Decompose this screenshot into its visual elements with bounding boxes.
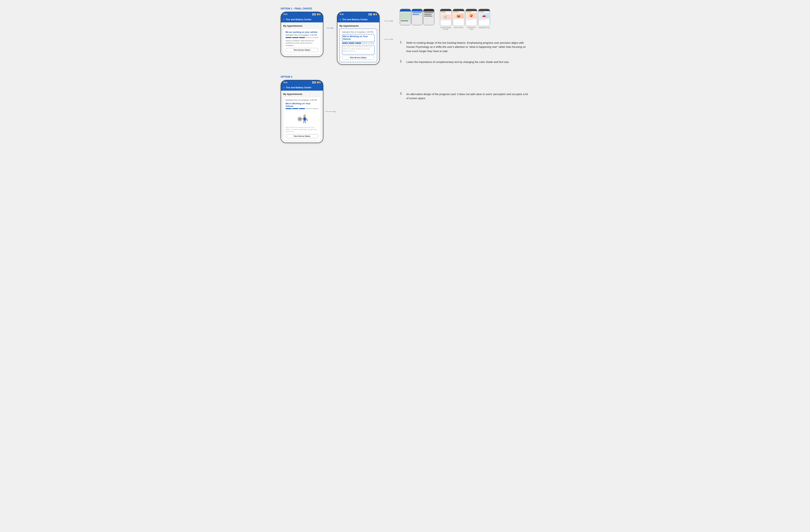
arrow-line-p1 [385, 21, 392, 21]
prog-5 [312, 37, 319, 38]
walmart-phone-2 [411, 9, 423, 25]
after-eta: Estimated Time of Completion: 3:30 PM [342, 31, 375, 33]
opt2-battery: ▮ [319, 81, 321, 83]
merchant-phone-1: 🛒 [440, 9, 452, 26]
before-back-arrow[interactable]: ‹ [284, 18, 285, 21]
after-desc-highlight: Stay tuned! We are working hard to fix y… [342, 45, 375, 54]
merchant-phones-group: 🛒 Customer placing an order [440, 9, 490, 30]
point-3-number: 3. [400, 92, 404, 95]
before-header-title: Tire and Battery Center [286, 18, 311, 21]
prog-2 [292, 37, 298, 38]
before-view-status-btn[interactable]: View Service Status [286, 48, 319, 52]
opt2-back-arrow[interactable]: ‹ [284, 86, 285, 89]
wphone-3-l1 [424, 12, 434, 13]
after-prog-1 [342, 43, 348, 44]
after-progress-bar [342, 43, 375, 44]
main-container: OPTION 1 - FINAL CHOICE 9:41 ▌▌▌ 📶 ▮ ‹ [281, 7, 529, 143]
after-heading-highlight: We're Working on Your Vehicle [342, 34, 375, 42]
wphone-3-content [423, 12, 434, 17]
arrow-head-p1: › [392, 19, 393, 23]
point-1-text: Refer to existing design of the live tra… [406, 41, 529, 53]
arrow-head-p3: › [334, 110, 336, 114]
svg-point-2 [303, 115, 306, 117]
mphone-1-img: 🛒 [441, 14, 451, 19]
opt2-signal: ▌▌▌ [312, 81, 316, 83]
wphone-1-screen [400, 9, 411, 25]
wphone-3-top [423, 9, 434, 12]
opt2-view-status-btn[interactable]: View Service Status [286, 134, 319, 138]
opt2-appointments-title: My Appointments [283, 93, 321, 95]
arrow-head-p2: › [392, 37, 393, 41]
arrow-to-point3: › [325, 110, 336, 114]
mphone-4-content: 🚗 [479, 11, 490, 21]
point-2-text: Lower the importance of complementary te… [406, 60, 509, 64]
map-area [401, 12, 410, 19]
wphone-1-line2 [401, 21, 408, 21]
point-3: 3. An alternative design of the progress… [400, 92, 529, 100]
point-1: 1. Refer to existing design of the live … [400, 41, 529, 53]
after-prog-4 [362, 43, 368, 44]
arrow-to-point1: › [385, 19, 393, 23]
prog-1 [286, 37, 292, 38]
after-battery-icon: ▮ [376, 13, 377, 15]
option1-after-phone: 9:41 ▌▌▌ 📶 ▮ ‹ Tire and Battery Center M… [337, 12, 379, 65]
right-column: 🛒 Customer placing an order [400, 7, 529, 143]
option2-label: OPTION 2 [281, 75, 292, 78]
svg-point-1 [298, 118, 301, 120]
svg-line-7 [305, 120, 306, 123]
right-arrows-option1: › › [385, 12, 393, 41]
mphone-2-l1 [453, 12, 459, 12]
arrow-line [327, 28, 332, 28]
after-time: 9:41 [340, 13, 344, 15]
wphone-3-l5 [424, 16, 433, 16]
merchant-phone-1-wrap: 🛒 Customer placing an order [440, 9, 452, 30]
option2-phone: 9:41 ▌▌▌ 📶 ▮ ‹ Tire and Battery Center M… [281, 80, 323, 143]
mphone-2-l3 [453, 19, 459, 19]
opt2-card-heading: We're Working on Your Vehicle [286, 102, 319, 108]
mphone-1-content: 🛒 [440, 11, 451, 21]
point-2-number: 2. [400, 60, 404, 63]
prog-3 [299, 37, 305, 38]
mphone-1-screen: 🛒 [440, 9, 451, 26]
mphone-2-label: Order received [452, 27, 465, 29]
opt2-status-icons: ▌▌▌ 📶 ▮ [312, 81, 321, 83]
opt2-service-card: Estimated Time of Completion: 3:30 PM We… [283, 97, 321, 141]
after-phone-header: ‹ Tire and Battery Center [337, 16, 379, 22]
mechanic-illustration [295, 112, 309, 125]
mphone-3-bar [466, 9, 477, 11]
opt2-header-title: Tire and Battery Center [286, 86, 311, 89]
before-eta: Estimated Time of Completion: 3:30 PM [286, 34, 319, 36]
after-card-heading: We're Working on Your Vehicle [343, 35, 374, 41]
after-signal-icon: ▌▌▌ [369, 13, 372, 15]
mphone-2-bar [453, 9, 464, 11]
after-back-arrow[interactable]: ‹ [340, 18, 341, 21]
arrow-to-point2: › [385, 37, 393, 41]
merchant-phone-4: 🚗 [479, 9, 490, 26]
opt2-eta: Estimated Time of Completion: 3:30 PM [286, 99, 319, 101]
mphone-2-img: 📦 [453, 14, 464, 18]
wphone-1-content [400, 12, 411, 22]
top-phones-area: 🛒 Customer placing an order [400, 9, 529, 30]
mphone-3-l1 [466, 12, 471, 12]
walmart-phones-group [400, 9, 434, 25]
mphone-2-screen: 📦 [453, 9, 464, 26]
before-status-bar: 9:41 ▌▌▌ 📶 ▮ [281, 12, 323, 16]
after-appointments-title: My Appointments [339, 25, 377, 27]
o2-prog-5 [312, 108, 319, 109]
after-view-status-btn[interactable]: View Service Status [342, 55, 375, 60]
wphone-2-box [412, 16, 422, 19]
mphone-3-screen: 🍑 [466, 9, 477, 26]
mphone-4-l2 [479, 19, 489, 19]
merchant-phone-2-wrap: 📦 Order received [452, 9, 465, 30]
opt2-wifi: 📶 [317, 81, 319, 83]
right-points-section: 1. Refer to existing design of the live … [400, 41, 529, 102]
point-1-number: 1. [400, 41, 404, 44]
before-status-icons: ▌▌▌ 📶 ▮ [312, 13, 321, 15]
opt2-phone-content: My Appointments Estimated Time of Comple… [281, 91, 323, 143]
mphone-3-l2 [466, 19, 476, 19]
merchant-phone-3-wrap: 🍑 Preparing the order [465, 9, 477, 30]
cart-emoji: 🛒 [444, 15, 448, 19]
walmart-phone-3 [423, 9, 434, 25]
mphone-4-img: 🚗 [479, 13, 489, 18]
o2-prog-4 [306, 108, 312, 109]
